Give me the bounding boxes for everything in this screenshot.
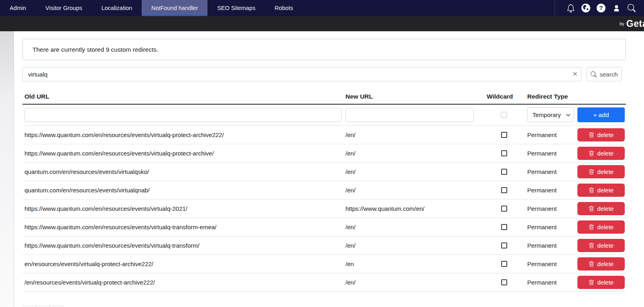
tab-admin[interactable]: Admin	[0, 0, 36, 16]
wildcard-checkbox[interactable]	[501, 206, 507, 212]
new-url-cell: /en/	[343, 242, 484, 249]
old-url-cell: https://www.quantum.com/en/resources/eve…	[22, 131, 343, 138]
table-header: Old URL New URL Wildcard Redirect Type	[22, 89, 626, 105]
trash-icon	[589, 151, 594, 156]
new-old-url-input[interactable]	[24, 108, 341, 122]
trash-icon	[589, 280, 594, 285]
user-icon	[612, 4, 621, 12]
redirect-row: https://www.quantum.com/en/resources/eve…	[22, 218, 626, 236]
new-url-cell: /en/	[343, 150, 484, 157]
redirect-row: https://www.quantum.com/en/resources/eve…	[22, 236, 626, 254]
top-navigation: AdminVisitor GroupsLocalizationNotFound …	[0, 0, 644, 16]
tab-notfound-handler[interactable]: NotFound handler	[142, 0, 207, 16]
clear-search-icon[interactable]: ×	[573, 69, 577, 79]
old-url-cell: https://www.quantum.com/en/resources/eve…	[22, 150, 343, 157]
redirect-type-cell: Permanent	[524, 261, 576, 267]
tab-visitor-groups[interactable]: Visitor Groups	[36, 0, 92, 16]
svg-text:?: ?	[599, 5, 603, 11]
new-url-cell: /en/	[343, 224, 484, 230]
redirect-count-text: There are currently stored 9 custom redi…	[33, 46, 158, 53]
nav-search-button[interactable]	[624, 0, 639, 16]
new-url-cell: /en/	[343, 187, 484, 194]
redirect-row: /en/resources/events/virtualq-protect-ar…	[22, 273, 626, 291]
delete-button[interactable]: delete	[577, 147, 625, 160]
notifications-button[interactable]	[563, 0, 578, 16]
redirect-type-cell: Permanent	[524, 279, 576, 286]
redirect-type-select[interactable]: Temporary	[527, 107, 574, 122]
user-button[interactable]	[609, 0, 624, 16]
trash-icon	[589, 206, 594, 212]
tab-robots[interactable]: Robots	[265, 0, 303, 16]
redirect-type-cell: Permanent	[524, 205, 576, 212]
delete-button-label: delete	[597, 224, 614, 230]
header-redirect-type: Redirect Type	[524, 93, 576, 100]
redirect-row: quantum.com/en/resources/events/virtualq…	[22, 162, 626, 181]
delete-button-label: delete	[597, 279, 614, 286]
delete-button[interactable]: delete	[577, 184, 625, 197]
redirect-type-cell: Permanent	[524, 131, 576, 138]
help-button[interactable]: ?	[593, 0, 609, 16]
old-url-cell: https://www.quantum.com/en/resources/eve…	[22, 224, 343, 230]
wildcard-checkbox[interactable]	[501, 224, 507, 230]
delete-button[interactable]: delete	[577, 257, 625, 271]
new-wildcard-checkbox[interactable]	[501, 112, 507, 118]
delete-button[interactable]: delete	[577, 276, 625, 289]
pagination-page-1-button[interactable]: 1	[36, 305, 50, 307]
redirect-count-alert: There are currently stored 9 custom redi…	[22, 39, 626, 60]
new-new-url-input[interactable]	[345, 108, 474, 122]
trash-icon	[589, 188, 594, 193]
delete-button-label: delete	[597, 261, 614, 267]
trash-icon	[589, 243, 594, 248]
chevron-down-icon	[566, 113, 571, 117]
new-url-cell: /en	[343, 261, 484, 267]
nav-tabs: AdminVisitor GroupsLocalizationNotFound …	[0, 0, 303, 16]
search-button-label: search	[599, 71, 618, 78]
redirect-row: https://www.quantum.com/en/resources/eve…	[22, 125, 626, 144]
delete-button-label: delete	[597, 205, 614, 212]
main-content: There are currently stored 9 custom redi…	[14, 31, 644, 307]
new-url-cell: /en/	[343, 131, 484, 138]
header-new-url: New URL	[343, 93, 484, 100]
left-gutter	[0, 31, 14, 307]
redirects-table: Old URL New URL Wildcard Redirect Type T…	[22, 89, 626, 292]
pagination-first-button[interactable]: «	[22, 305, 36, 307]
old-url-cell: en/resources/events/virtualq-protect-arc…	[22, 261, 343, 267]
bell-icon	[567, 4, 575, 12]
redirect-type-cell: Permanent	[524, 150, 576, 157]
old-url-cell: quantum.com/en/resources/events/virtualq…	[22, 187, 343, 194]
delete-button[interactable]: delete	[577, 202, 625, 215]
search-button[interactable]: search	[587, 67, 622, 81]
trash-icon	[589, 169, 594, 175]
pagination-last-button[interactable]: »	[50, 305, 63, 307]
header-wildcard: Wildcard	[484, 93, 524, 100]
tab-localization[interactable]: Localization	[92, 0, 142, 16]
delete-button-label: delete	[597, 150, 614, 157]
delete-button-label: delete	[597, 242, 614, 249]
wildcard-checkbox[interactable]	[501, 261, 507, 267]
header-old-url: Old URL	[22, 93, 343, 100]
search-icon	[628, 4, 636, 12]
redirect-row: https://www.quantum.com/en/resources/eve…	[22, 144, 626, 162]
trash-icon	[589, 132, 594, 138]
wildcard-checkbox[interactable]	[501, 279, 507, 285]
brand-bar: byGeta	[0, 16, 644, 31]
tab-seo-sitemaps[interactable]: SEO Sitemaps	[207, 0, 265, 16]
delete-button-label: delete	[597, 168, 614, 175]
delete-button[interactable]: delete	[577, 239, 625, 252]
language-button[interactable]	[578, 0, 593, 16]
globe-icon	[581, 4, 590, 12]
wildcard-checkbox[interactable]	[501, 132, 507, 138]
wildcard-checkbox[interactable]	[501, 150, 507, 156]
magnifier-icon	[591, 71, 597, 77]
delete-button-label: delete	[597, 187, 614, 194]
add-button[interactable]: + add	[577, 107, 625, 122]
new-url-cell: /en/	[343, 279, 484, 286]
wildcard-checkbox[interactable]	[501, 187, 507, 193]
search-input[interactable]	[22, 67, 581, 81]
delete-button[interactable]: delete	[577, 128, 625, 141]
wildcard-checkbox[interactable]	[501, 169, 507, 175]
delete-button[interactable]: delete	[577, 165, 625, 178]
brand-name: Geta	[626, 18, 644, 29]
wildcard-checkbox[interactable]	[501, 242, 507, 248]
delete-button[interactable]: delete	[577, 220, 625, 234]
